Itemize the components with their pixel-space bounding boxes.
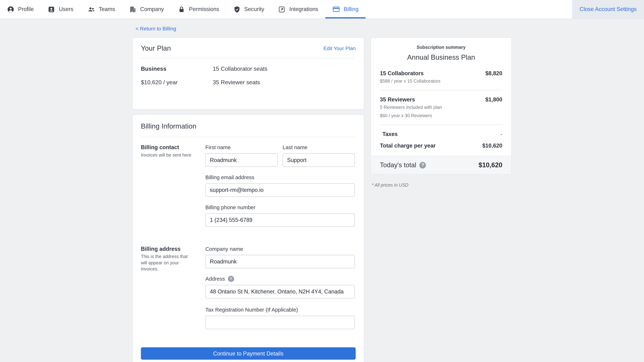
line-item-detail: $60 / year x 30 Reviewers	[380, 113, 502, 119]
address-help-icon[interactable]: ?	[228, 276, 234, 282]
address-field[interactable]	[206, 285, 355, 298]
last-name-label: Last name	[282, 144, 355, 150]
billing-address-label-block: Billing address This is the address that…	[141, 246, 198, 336]
tab-label: Teams	[99, 6, 115, 12]
todays-total-value: $10,620	[478, 161, 502, 169]
page: Profile Users Teams	[0, 0, 644, 362]
tab-teams[interactable]: Teams	[80, 0, 122, 19]
reviewer-seats: 35 Reviewer seats	[213, 79, 356, 85]
return-to-billing-link[interactable]: < Return to Billing	[136, 26, 176, 32]
last-name-field[interactable]	[282, 153, 355, 167]
tab-label: Users	[59, 6, 73, 12]
billing-phone-field[interactable]	[206, 213, 355, 227]
summary-line-item: 15 Collaborators $8,820 $588 / year x 15…	[380, 64, 502, 90]
tab-permissions[interactable]: Permissions	[171, 0, 226, 19]
line-item-name: 15 Collaborators	[380, 70, 424, 77]
teams-icon	[87, 6, 95, 13]
users-icon	[48, 6, 55, 13]
line-item-amount: $1,800	[485, 97, 502, 103]
plan-name: Business	[141, 65, 213, 72]
tax-number-field[interactable]	[206, 316, 355, 329]
tab-label: Profile	[18, 6, 34, 12]
todays-total-help-icon[interactable]: ?	[420, 162, 426, 168]
tab-label: Company	[140, 6, 164, 12]
first-name-label: First name	[206, 144, 278, 150]
tax-number-label: Tax Registration Number (If Applicable)	[206, 307, 355, 313]
shield-icon	[233, 6, 240, 13]
billing-address-label: Billing address	[141, 246, 198, 252]
tab-integrations[interactable]: Integrations	[271, 0, 325, 19]
billing-email-field[interactable]	[206, 183, 355, 197]
billing-phone-label: Billing phone number	[206, 204, 355, 210]
tab-label: Integrations	[289, 6, 318, 12]
taxes-value: -	[500, 131, 502, 137]
collaborator-seats: 15 Collaborator seats	[213, 65, 356, 72]
billing-information-title: Billing Information	[141, 122, 196, 131]
edit-your-plan-link[interactable]: Edit Your Plan	[324, 46, 356, 51]
tab-profile[interactable]: Profile	[0, 0, 41, 19]
tab-company[interactable]: Company	[122, 0, 171, 19]
tab-label: Security	[244, 6, 264, 12]
billing-email-label: Billing email address	[206, 174, 355, 180]
your-plan-card: Your Plan Edit Your Plan Business 15 Col…	[132, 38, 364, 110]
billing-contact-label: Billing contact	[141, 144, 198, 150]
billing-contact-hint: Invoices will be sent here	[141, 152, 194, 158]
your-plan-title: Your Plan	[141, 44, 171, 53]
plan-price: $10,620 / year	[141, 79, 213, 85]
company-name-label: Company name	[206, 246, 355, 252]
summary-line-item: 35 Reviewers $1,800 5 Reviewers included…	[380, 90, 502, 125]
lock-icon	[178, 6, 185, 13]
tab-billing[interactable]: Billing	[325, 0, 366, 19]
continue-to-payment-button[interactable]: Continue to Payment Details	[141, 347, 356, 360]
tab-label: Billing	[344, 6, 358, 12]
prices-footnote: * All prices in USD	[372, 182, 512, 187]
todays-total-label: Today's total	[380, 161, 416, 169]
company-icon	[129, 6, 136, 13]
line-item-name: 35 Reviewers	[380, 97, 415, 103]
tab-security[interactable]: Security	[226, 0, 272, 19]
credit-card-icon	[332, 6, 340, 13]
right-column: Subscription summary Annual Business Pla…	[370, 38, 512, 187]
tab-users[interactable]: Users	[41, 0, 80, 19]
subscription-summary-header: Subscription summary	[371, 38, 511, 50]
subscription-summary-card: Subscription summary Annual Business Pla…	[370, 38, 512, 175]
line-item-detail: $588 / year x 15 Collaborators	[380, 78, 502, 85]
address-label: Address	[206, 276, 225, 282]
billing-information-card: Billing Information Billing contact Invo…	[132, 114, 364, 362]
first-name-field[interactable]	[206, 153, 278, 167]
company-name-field[interactable]	[206, 255, 355, 268]
billing-contact-label-block: Billing contact Invoices will be sent he…	[141, 144, 198, 234]
taxes-label: Taxes	[382, 131, 398, 137]
profile-icon	[7, 6, 14, 13]
line-item-detail: 5 Reviewers included with plan	[380, 104, 502, 111]
billing-address-hint: This is the address that will appear on …	[141, 253, 194, 272]
todays-total-row: Today's total ? $10,620	[371, 156, 511, 174]
tab-label: Permissions	[189, 6, 219, 12]
close-account-settings-button[interactable]: Close Account Settings	[572, 0, 644, 19]
total-value: $10,620	[482, 143, 502, 149]
subscription-plan-name: Annual Business Plan	[371, 53, 511, 62]
content: Your Plan Edit Your Plan Business 15 Col…	[132, 38, 644, 362]
line-item-amount: $8,820	[485, 70, 502, 77]
left-column: Your Plan Edit Your Plan Business 15 Col…	[132, 38, 364, 362]
total-label: Total charge per year	[380, 143, 436, 149]
integrations-icon	[278, 6, 286, 13]
top-nav: Profile Users Teams	[0, 0, 644, 19]
